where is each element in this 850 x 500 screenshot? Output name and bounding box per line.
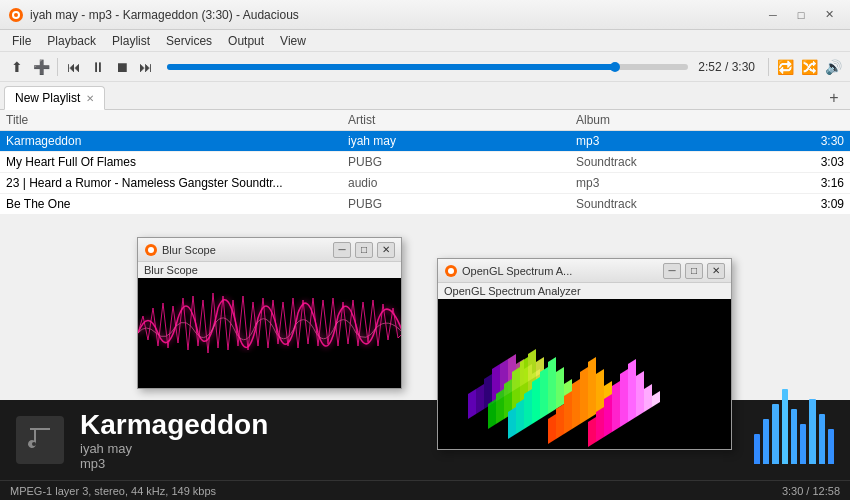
row-title: Karmageddon (6, 134, 348, 148)
seek-bar[interactable] (167, 64, 688, 70)
menu-output[interactable]: Output (220, 30, 272, 52)
seek-thumb (610, 62, 620, 72)
next-button[interactable]: ⏭ (135, 56, 157, 78)
row-title: My Heart Full Of Flames (6, 155, 348, 169)
spectrum-content (438, 299, 731, 449)
spectrum-close[interactable]: ✕ (707, 263, 725, 279)
row-duration: 3:09 (804, 197, 844, 211)
svg-point-2 (14, 13, 18, 17)
title-bar: iyah may - mp3 - Karmageddon (3:30) - Au… (0, 0, 850, 30)
visualization-bars (754, 416, 834, 464)
playlist-row[interactable]: Be The One PUBG Soundtrack 3:09 (0, 194, 850, 215)
row-artist: audio (348, 176, 576, 190)
repeat-button[interactable]: 🔁 (774, 56, 796, 78)
spectrum-canvas (438, 299, 731, 449)
blur-scope-title-bar[interactable]: Blur Scope ─ □ ✕ (138, 238, 401, 262)
spectrum-minimize[interactable]: ─ (663, 263, 681, 279)
blur-scope-maximize[interactable]: □ (355, 242, 373, 258)
svg-point-6 (448, 268, 454, 274)
spectrum-window: OpenGL Spectrum A... ─ □ ✕ OpenGL Spectr… (437, 258, 732, 450)
svg-marker-44 (588, 417, 596, 447)
close-button[interactable]: ✕ (816, 5, 842, 25)
menu-playlist[interactable]: Playlist (104, 30, 158, 52)
seek-bar-fill (167, 64, 615, 70)
add-button[interactable]: ➕ (30, 56, 52, 78)
row-duration: 3:03 (804, 155, 844, 169)
stop-button[interactable]: ⏹ (111, 56, 133, 78)
spectrum-title-bar[interactable]: OpenGL Spectrum A... ─ □ ✕ (438, 259, 731, 283)
svg-marker-35 (548, 414, 556, 444)
waveform (138, 278, 401, 388)
tabs-bar: New Playlist ✕ + (0, 82, 850, 110)
prev-button[interactable]: ⏮ (63, 56, 85, 78)
column-headers: Title Artist Album (0, 110, 850, 131)
window-title: iyah may - mp3 - Karmageddon (3:30) - Au… (30, 8, 760, 22)
svg-marker-29 (532, 377, 540, 424)
blur-scope-minimize[interactable]: ─ (333, 242, 351, 258)
maximize-button[interactable]: □ (788, 5, 814, 25)
spectrum-maximize[interactable]: □ (685, 263, 703, 279)
vis-bar (800, 424, 806, 464)
row-album: Soundtrack (576, 155, 804, 169)
status-info: MPEG-1 layer 3, stereo, 44 kHz, 149 kbps (10, 485, 216, 497)
col-album: Album (576, 113, 804, 127)
menu-playback[interactable]: Playback (39, 30, 104, 52)
spectrum-title: OpenGL Spectrum A... (462, 265, 659, 277)
tab-label: New Playlist (15, 91, 80, 105)
row-artist: PUBG (348, 197, 576, 211)
vis-bar (809, 399, 815, 464)
row-album: mp3 (576, 134, 804, 148)
row-artist: PUBG (348, 155, 576, 169)
blur-scope-close[interactable]: ✕ (377, 242, 395, 258)
svg-marker-50 (636, 371, 644, 417)
svg-marker-30 (540, 367, 548, 419)
row-duration: 3:30 (804, 134, 844, 148)
blur-scope-title: Blur Scope (162, 244, 329, 256)
vis-bar (782, 389, 788, 464)
open-button[interactable]: ⬆ (6, 56, 28, 78)
svg-marker-49 (628, 359, 636, 422)
svg-marker-46 (604, 394, 612, 437)
vis-bar (754, 434, 760, 464)
spectrum-app-icon (444, 264, 458, 278)
vis-bar (819, 414, 825, 464)
window-controls: ─ □ ✕ (760, 5, 842, 25)
add-tab-button[interactable]: + (822, 87, 846, 109)
svg-point-4 (148, 247, 154, 253)
status-bar: MPEG-1 layer 3, stereo, 44 kHz, 149 kbps… (0, 480, 850, 500)
shuffle-button[interactable]: 🔀 (798, 56, 820, 78)
playlist-row[interactable]: 23 | Heard a Rumor - Nameless Gangster S… (0, 173, 850, 194)
menu-file[interactable]: File (4, 30, 39, 52)
row-album: mp3 (576, 176, 804, 190)
row-title: Be The One (6, 197, 348, 211)
playlist-row[interactable]: My Heart Full Of Flames PUBG Soundtrack … (0, 152, 850, 173)
minimize-button[interactable]: ─ (760, 5, 786, 25)
svg-marker-8 (468, 389, 476, 419)
track-format: mp3 (80, 456, 738, 471)
blur-scope-content (138, 278, 401, 388)
pause-button[interactable]: ⏸ (87, 56, 109, 78)
svg-marker-28 (524, 389, 532, 429)
toolbar-separator-1 (57, 58, 58, 76)
volume-button[interactable]: 🔊 (822, 56, 844, 78)
playlist-row[interactable]: Karmageddon iyah may mp3 3:30 (0, 131, 850, 152)
time-display: 2:52 / 3:30 (698, 60, 755, 74)
menu-services[interactable]: Services (158, 30, 220, 52)
svg-marker-39 (580, 367, 588, 424)
svg-marker-36 (556, 404, 564, 439)
album-art (16, 416, 64, 464)
vis-bar (791, 409, 797, 464)
menu-view[interactable]: View (272, 30, 314, 52)
svg-marker-37 (564, 391, 572, 434)
tab-close-icon[interactable]: ✕ (86, 93, 94, 104)
row-album: Soundtrack (576, 197, 804, 211)
svg-marker-38 (572, 379, 580, 429)
vis-bar (763, 419, 769, 464)
spectrum-label: OpenGL Spectrum Analyzer (438, 283, 731, 299)
svg-marker-48 (620, 369, 628, 427)
svg-marker-26 (508, 407, 516, 439)
blur-scope-canvas (138, 278, 401, 388)
row-artist: iyah may (348, 134, 576, 148)
tab-new-playlist[interactable]: New Playlist ✕ (4, 86, 105, 110)
vis-bar (772, 404, 778, 464)
